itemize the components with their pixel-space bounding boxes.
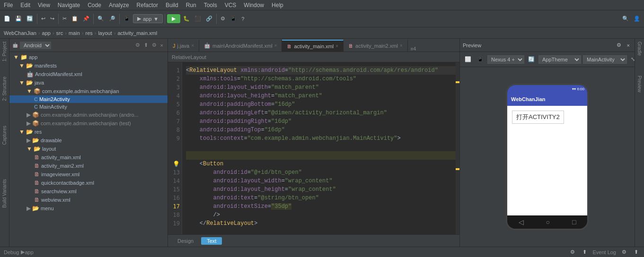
avd-manager[interactable]: 📱 bbox=[228, 15, 238, 23]
tab-text[interactable]: Text bbox=[201, 237, 222, 245]
tree-actmain2[interactable]: 🗎 activity_main2.xml bbox=[9, 162, 168, 170]
menu-refactor[interactable]: Refactor bbox=[133, 2, 162, 9]
status-settings-right[interactable]: ⚙ bbox=[620, 248, 628, 256]
tab-java[interactable]: J j.java × bbox=[168, 40, 199, 51]
help-btn[interactable]: ? bbox=[239, 15, 246, 23]
panel-action-close[interactable]: × bbox=[159, 42, 165, 49]
tab-java-close[interactable]: × bbox=[191, 43, 194, 48]
preview-settings[interactable]: ⚙ bbox=[615, 41, 623, 49]
menu-code[interactable]: Code bbox=[84, 2, 105, 9]
tree-imageviewer[interactable]: 🗎 imageviewer.xml bbox=[9, 170, 168, 179]
status-debug[interactable]: Debug bbox=[4, 249, 19, 255]
menu-window[interactable]: Window bbox=[240, 2, 268, 9]
bc-main[interactable]: main bbox=[69, 30, 80, 36]
toolbar-copy[interactable]: 📋 bbox=[70, 15, 80, 23]
preview-zoom-fit[interactable]: ⬜ bbox=[463, 55, 473, 63]
toolbar-find[interactable]: 🔎 bbox=[107, 15, 117, 23]
menu-view[interactable]: View bbox=[34, 2, 54, 9]
tree-mainactivity[interactable]: C MainActivity bbox=[9, 103, 168, 111]
toolbar-search[interactable]: 🔍 bbox=[96, 15, 106, 23]
attach-btn[interactable]: 🔗 bbox=[204, 15, 214, 23]
toolbar-paste[interactable]: 📌 bbox=[81, 15, 91, 23]
menu-run[interactable]: Run bbox=[182, 2, 200, 9]
tree-main2activity[interactable]: C Main2Activity bbox=[9, 95, 168, 103]
preview-rotate[interactable]: 🔄 bbox=[526, 55, 537, 63]
tab-manifest[interactable]: 🤖 main\AndroidManifest.xml × bbox=[199, 40, 282, 51]
menu-navigate[interactable]: Navigate bbox=[54, 2, 84, 9]
bc-app[interactable]: app bbox=[42, 30, 51, 36]
menu-build[interactable]: Build bbox=[162, 2, 182, 9]
bc-res[interactable]: res bbox=[85, 30, 92, 36]
tab-actmain2-close[interactable]: × bbox=[400, 43, 403, 48]
tree-webview[interactable]: 🗎 webview.xml bbox=[9, 196, 168, 204]
menu-analyze[interactable]: Analyze bbox=[105, 2, 133, 9]
tree-res[interactable]: ▼ 📂 res bbox=[9, 128, 168, 136]
code-editor[interactable]: <RelativeLayout xmlns:android="http://sc… bbox=[182, 62, 456, 234]
status-upload[interactable]: ⬆ bbox=[581, 248, 589, 256]
folder-icon-java: ▼ bbox=[19, 79, 25, 86]
debug-btn[interactable]: 🐛 bbox=[181, 15, 192, 23]
tree-actmain[interactable]: 🗎 activity_main.xml bbox=[9, 153, 168, 162]
tree-package-main[interactable]: ▼ 📦 com.example.admin.webchanjian bbox=[9, 87, 168, 95]
tab-manifest-close[interactable]: × bbox=[274, 43, 277, 48]
menu-tools[interactable]: Tools bbox=[200, 2, 221, 9]
menu-edit[interactable]: Edit bbox=[17, 2, 34, 9]
toolbar-cut[interactable]: ✂ bbox=[61, 15, 69, 23]
menu-help[interactable]: Help bbox=[268, 2, 287, 9]
tree-manifests[interactable]: ▼ 📂 manifests bbox=[9, 61, 168, 70]
tree-app[interactable]: ▼ 📁 app bbox=[9, 53, 168, 61]
tree-java[interactable]: ▼ 📂 java bbox=[9, 78, 168, 87]
menu-file[interactable]: File bbox=[0, 2, 17, 9]
side-tab-gradle[interactable]: Gradle bbox=[636, 39, 643, 59]
tab-extra[interactable]: ≡4 bbox=[409, 46, 418, 51]
toolbar-avd[interactable]: 📱 bbox=[122, 15, 132, 23]
app-selector[interactable]: ▶ app ▼ bbox=[133, 14, 163, 23]
user-btn[interactable]: 👤 bbox=[632, 15, 642, 23]
tab-actmain-close[interactable]: × bbox=[335, 43, 338, 49]
theme-selector[interactable]: AppTheme Theme.Light bbox=[538, 55, 581, 64]
tab-design[interactable]: Design bbox=[172, 237, 199, 245]
toolbar-new[interactable]: 📄 bbox=[2, 15, 12, 23]
side-tab-project[interactable]: 1: Project bbox=[1, 39, 8, 64]
sdk-btn[interactable]: ⚙ bbox=[219, 15, 227, 23]
panel-action-1[interactable]: ⚙ bbox=[134, 42, 141, 49]
tree-drawable[interactable]: ▶ 📂 drawable bbox=[9, 136, 168, 145]
tree-androidmanifest[interactable]: 🤖 AndroidManifest.xml bbox=[9, 70, 168, 78]
side-tab-structure[interactable]: 2: Structure bbox=[1, 74, 8, 104]
status-event-log[interactable]: Event Log bbox=[592, 249, 616, 255]
activity-selector[interactable]: MainActivity Main2Activity bbox=[583, 55, 627, 64]
editor-bc-relativelayout[interactable]: RelativeLayout bbox=[172, 54, 206, 60]
tree-pkg-android[interactable]: ▶ 📦 com.example.admin.webchanjian (andro… bbox=[9, 111, 168, 119]
toolbar-sync[interactable]: 🔄 bbox=[25, 15, 35, 23]
project-view-selector[interactable]: Android Project bbox=[20, 42, 51, 49]
side-tab-preview[interactable]: Preview bbox=[636, 73, 643, 95]
stop-btn[interactable]: ⬛ bbox=[193, 15, 203, 23]
status-upload-right[interactable]: ⬆ bbox=[632, 248, 640, 256]
toolbar-undo[interactable]: ↩ bbox=[39, 15, 47, 23]
preview-close[interactable]: × bbox=[625, 41, 632, 49]
bc-layout[interactable]: layout bbox=[98, 30, 112, 36]
side-tab-variants[interactable]: Build Variants bbox=[1, 176, 8, 211]
bc-webchanjian[interactable]: WebChanJian bbox=[4, 30, 36, 36]
side-tab-captures[interactable]: Captures bbox=[1, 123, 8, 148]
toolbar-save[interactable]: 💾 bbox=[13, 15, 24, 23]
status-settings[interactable]: ⚙ bbox=[568, 248, 577, 256]
tree-quickcontact[interactable]: 🗎 quickcontactbadge.xml bbox=[9, 179, 168, 187]
tab-actmain[interactable]: 🗎 activity_main.xml × bbox=[282, 40, 344, 51]
preview-device-icon[interactable]: 📱 bbox=[475, 55, 485, 63]
bc-src[interactable]: src bbox=[56, 30, 63, 36]
panel-action-2[interactable]: ⬆ bbox=[142, 42, 150, 49]
menu-vcs[interactable]: VCS bbox=[221, 2, 240, 9]
tree-pkg-test[interactable]: ▶ 📦 com.example.admin.webchanjian (test) bbox=[9, 119, 168, 128]
panel-action-3[interactable]: ⚙ bbox=[150, 42, 158, 49]
tree-searchview[interactable]: 🗎 searchview.xml bbox=[9, 187, 168, 196]
global-search[interactable]: 🔍 bbox=[620, 15, 631, 23]
device-selector[interactable]: Nexus 4 + Nexus 5 Nexus 7 bbox=[487, 55, 524, 64]
toolbar-redo[interactable]: ↪ bbox=[48, 15, 56, 23]
run-button[interactable]: ▶ bbox=[167, 14, 180, 23]
tree-menu[interactable]: ▶ 📂 menu bbox=[9, 204, 168, 213]
tree-layout[interactable]: ▼ 📂 layout bbox=[9, 145, 168, 153]
bc-file[interactable]: activity_main.xml bbox=[117, 30, 157, 36]
tab-actmain2[interactable]: 🗎 activity_main2.xml × bbox=[344, 40, 408, 51]
folder-icon-manifests: ▼ bbox=[19, 62, 25, 69]
